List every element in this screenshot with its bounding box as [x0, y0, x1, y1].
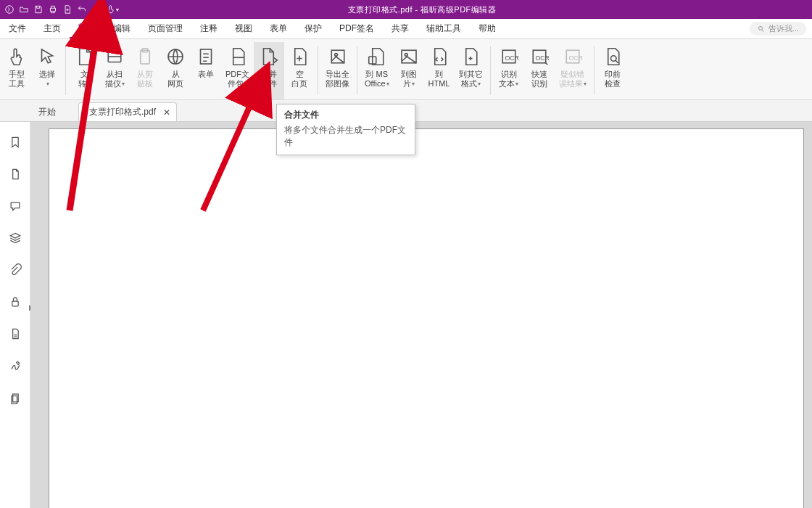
ribbon-label: 从网页: [167, 70, 183, 89]
image-icon: [398, 44, 420, 70]
menu-视图[interactable]: 视图: [226, 19, 261, 38]
menu-转换[interactable]: 转换: [70, 19, 104, 38]
ribbon-label: 到HTML: [428, 70, 450, 89]
blank-icon: [289, 44, 310, 70]
menu-主页[interactable]: 主页: [35, 19, 70, 38]
preflight-icon: [602, 44, 624, 70]
merge-icon: [258, 44, 280, 70]
ribbon-merge[interactable]: 合并文件: [254, 42, 284, 99]
menu-编辑[interactable]: 编辑: [104, 19, 139, 38]
hand-icon: [6, 44, 28, 70]
ribbon-select[interactable]: 选择▾: [32, 42, 62, 99]
ribbon-package[interactable]: PDF文件包▾: [221, 42, 254, 99]
ribbon-other[interactable]: 到其它格式▾: [455, 42, 487, 99]
save-icon[interactable]: [33, 4, 44, 15]
menu-表单[interactable]: 表单: [261, 19, 296, 38]
ribbon-globe[interactable]: 从网页: [160, 42, 191, 99]
ribbon-label: 文转▾: [78, 70, 90, 89]
menu-共享[interactable]: 共享: [383, 19, 418, 38]
ribbon-label: 到图片▾: [401, 70, 417, 89]
package-icon: [227, 44, 249, 70]
ribbon-blank[interactable]: 空白页: [284, 42, 315, 99]
ribbon-html[interactable]: 到HTML: [424, 42, 455, 99]
doc-tab[interactable]: 支票打印格式.pdf✕: [78, 102, 177, 121]
document-area: [30, 122, 812, 508]
html-icon: [428, 44, 450, 70]
menu-bar: 文件主页转换编辑页面管理注释视图表单保护PDF签名共享辅助工具帮助告诉我...: [0, 19, 812, 39]
ribbon-image[interactable]: 到图片▾: [394, 42, 424, 99]
ribbon-label: 到其它格式▾: [459, 70, 483, 89]
new-icon[interactable]: [62, 4, 72, 15]
side-sign-icon[interactable]: [8, 359, 22, 376]
ocr-icon: OCR: [498, 44, 520, 70]
select-icon: [36, 44, 58, 70]
form-icon: [195, 44, 217, 70]
side-bookmark-icon[interactable]: [8, 135, 22, 152]
redo-icon[interactable]: [91, 4, 102, 15]
close-tab-icon[interactable]: ✕: [163, 107, 170, 118]
menu-辅助工具[interactable]: 辅助工具: [418, 19, 470, 38]
ribbon-label: 快速识别: [531, 70, 547, 89]
ribbon-doc[interactable]: 文转▾: [69, 42, 99, 99]
open-icon[interactable]: [19, 4, 29, 15]
touch-icon[interactable]: ▾: [106, 4, 119, 15]
ribbon-preflight[interactable]: 印前检查: [597, 42, 628, 99]
svg-point-2: [758, 26, 762, 30]
menu-注释[interactable]: 注释: [191, 19, 226, 38]
ribbon: 手型工具选择▾文转▾从扫描仪▾从剪贴板从网页表单PDF文件包▾合并文件空白页导出…: [0, 39, 812, 100]
menu-文件[interactable]: 文件: [0, 19, 35, 38]
clip-icon: [134, 44, 156, 70]
ribbon-ocr-err: OCR疑似错误结果▾: [555, 42, 591, 99]
doc-tab[interactable]: 开始: [28, 102, 77, 121]
side-layers-icon[interactable]: [8, 231, 22, 248]
ribbon-scanner[interactable]: 从扫描仪▾: [99, 42, 130, 99]
side-security-icon[interactable]: [8, 295, 22, 312]
side-comment-icon[interactable]: [8, 199, 22, 216]
ribbon-label: 合并文件: [261, 70, 277, 89]
menu-PDF签名[interactable]: PDF签名: [331, 19, 383, 38]
ocr-err-icon: OCR: [562, 44, 584, 70]
app-logo-icon: [4, 4, 14, 15]
ribbon-label: 表单: [198, 70, 214, 79]
title-bar: ▾ 支票打印格式.pdf - 福昕高级PDF编辑器: [0, 0, 812, 19]
side-page-icon[interactable]: [8, 167, 22, 184]
ribbon-label: 疑似错误结果▾: [559, 70, 587, 89]
ribbon-hand[interactable]: 手型工具: [1, 42, 32, 99]
menu-页面管理[interactable]: 页面管理: [139, 19, 191, 38]
side-panel: ▶: [0, 122, 30, 508]
svg-text:OCR: OCR: [505, 54, 518, 62]
side-attach-icon[interactable]: [8, 263, 22, 280]
tooltip-description: 将多个文件合并生成一个PDF文件: [284, 124, 407, 149]
svg-text:OCR: OCR: [535, 54, 549, 62]
ribbon-label: 从扫描仪▾: [105, 70, 125, 89]
menu-保护[interactable]: 保护: [296, 19, 331, 38]
tooltip: 合并文件 将多个文件合并生成一个PDF文件: [276, 104, 415, 155]
side-clipboard-icon[interactable]: [8, 390, 22, 408]
svg-point-12: [405, 54, 407, 57]
undo-icon[interactable]: [77, 4, 87, 15]
ribbon-office[interactable]: 到 MSOffice▾: [360, 42, 394, 99]
ribbon-label: 选择▾: [39, 70, 55, 89]
menu-帮助[interactable]: 帮助: [470, 19, 505, 38]
ribbon-form[interactable]: 表单: [191, 42, 221, 99]
ribbon-label: 到 MSOffice▾: [365, 70, 389, 89]
tell-me-search[interactable]: 告诉我...: [750, 22, 806, 36]
ribbon-label: 识别文本▾: [499, 70, 518, 89]
side-fill-icon[interactable]: [8, 327, 22, 344]
svg-text:OCR: OCR: [568, 54, 582, 62]
ribbon-label: 导出全部图像: [326, 70, 349, 89]
office-icon: [366, 44, 388, 70]
ribbon-label: 印前检查: [605, 70, 621, 89]
ribbon-label: 从剪贴板: [137, 70, 153, 89]
scanner-icon: [104, 44, 125, 70]
page-canvas[interactable]: [49, 129, 803, 508]
ribbon-label: PDF文件包▾: [225, 70, 249, 89]
ribbon-ocr[interactable]: OCR识别文本▾: [494, 42, 524, 99]
print-icon[interactable]: [48, 4, 58, 15]
ribbon-export-img[interactable]: 导出全部图像: [321, 42, 354, 99]
ribbon-ocr-fast[interactable]: OCR快速识别: [524, 42, 555, 99]
other-icon: [460, 44, 481, 70]
ribbon-label: 手型工具: [9, 70, 25, 89]
tooltip-title: 合并文件: [284, 109, 407, 121]
svg-point-9: [334, 54, 337, 57]
